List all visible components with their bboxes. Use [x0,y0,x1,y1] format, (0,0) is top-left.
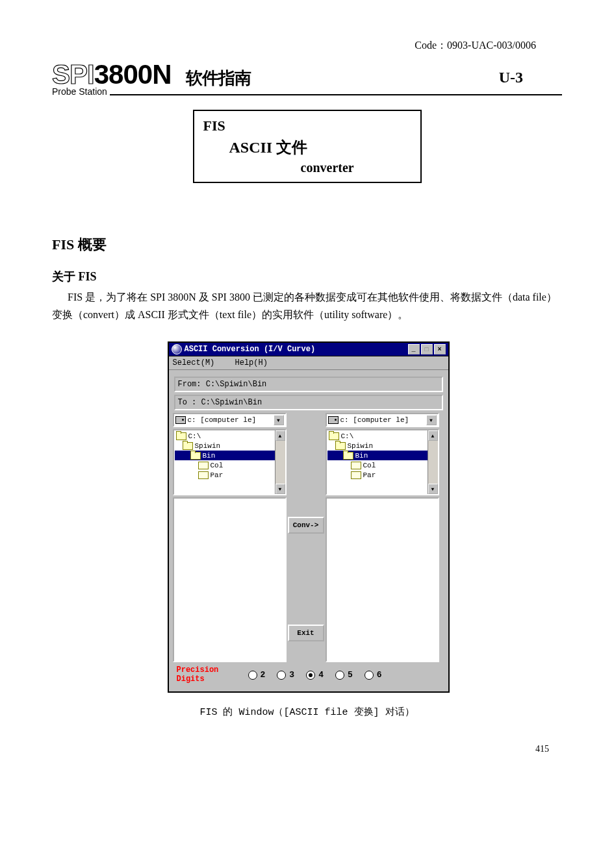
radio-label: 5 [348,670,353,680]
radio-icon [306,671,315,680]
dir-item-label: Par [363,471,376,479]
intro-paragraph: FIS 是，为了将在 SPI 3800N 及 SPI 3800 已测定的各种数据… [52,288,562,323]
to-path: To : C:\Spiwin\Bin [174,395,443,410]
dropdown-icon[interactable]: ▼ [426,415,437,425]
exit-button[interactable]: Exit [288,625,324,641]
scrollbar[interactable]: ▲▼ [428,430,438,494]
doc-header: SPI3800N 软件指南 U-3 [52,59,562,90]
app-icon [172,344,182,354]
drive-icon [175,416,186,424]
scrollbar[interactable]: ▲▼ [275,430,285,494]
radio-icon [335,671,344,680]
from-drive-select[interactable]: c: [computer le] ▼ [173,413,287,427]
logo-model: 3800N [94,59,172,90]
drive-icon [328,416,339,424]
folder-closed-icon [198,462,209,469]
folder-open-icon [343,452,353,460]
ascii-conversion-dialog: ASCII Conversion (I/V Curve) _ □ × Selec… [168,341,450,692]
from-path: From: C:\Spiwin\Bin [174,377,443,392]
precision-radio-3[interactable]: 3 [277,670,294,680]
dir-item[interactable]: Spiwin [175,441,285,451]
dir-item[interactable]: C:\ [327,431,437,441]
to-drive-text: c: [computer le] [340,416,409,424]
precision-radio-5[interactable]: 5 [335,670,353,680]
to-file-browser: c: [computer le] ▼ C:\SpiwinBinColPar ▲▼ [326,413,439,662]
dir-item-label: Bin [203,452,216,460]
radio-icon [248,671,257,680]
dir-item[interactable]: C:\ [175,431,285,441]
radio-icon [277,671,286,680]
to-file-list[interactable] [326,497,439,662]
from-file-browser: c: [computer le] ▼ C:\SpiwinBinColPar ▲▼ [173,413,287,662]
title-box: FIS ASCII 文件 converter [193,110,422,183]
dir-item[interactable]: Par [175,470,285,480]
radio-label: 3 [289,670,294,680]
dir-item[interactable]: Par [327,470,437,480]
precision-label: PrecisionDigits [177,666,235,683]
page-number: 415 [52,744,549,754]
dir-item-label: C:\ [341,432,354,440]
menu-select[interactable]: Select(M) [173,358,223,367]
dialog-titlebar[interactable]: ASCII Conversion (I/V Curve) _ □ × [169,343,448,356]
from-drive-text: c: [computer le] [188,416,257,424]
logo-spi: SPI [52,59,94,90]
folder-open-icon [335,442,346,450]
dir-item[interactable]: Bin [327,451,437,460]
dropdown-icon[interactable]: ▼ [274,415,284,425]
to-dir-list[interactable]: C:\SpiwinBinColPar ▲▼ [326,429,439,495]
folder-open-icon [183,442,193,450]
logo-subtitle: 软件指南 [186,69,251,88]
radio-label: 2 [261,670,266,680]
radio-icon [365,671,374,680]
menu-bar: Select(M) Help(H) [169,356,448,370]
dir-item[interactable]: Col [327,460,437,470]
folder-open-icon [190,452,201,460]
dir-item[interactable]: Col [175,460,285,470]
figure-caption: FIS 的 Window（[ASCII file 变换] 对话） [52,706,562,718]
precision-radio-4[interactable]: 4 [306,670,324,680]
precision-radio-2[interactable]: 2 [248,670,266,680]
dir-item-label: Col [211,462,224,469]
dir-item-label: Bin [355,452,368,460]
minimize-button[interactable]: _ [408,344,420,354]
menu-help[interactable]: Help(H) [235,358,275,367]
maximize-button[interactable]: □ [421,344,433,354]
probe-station-label: Probe Station [52,86,107,97]
dir-item-label: Col [363,462,376,469]
dir-item-label: Par [211,471,224,479]
dir-item-label: Spiwin [195,442,221,450]
precision-radio-group: 23456 [248,670,382,680]
from-dir-list[interactable]: C:\SpiwinBinColPar ▲▼ [173,429,287,495]
dir-item-label: Spiwin [348,442,374,450]
section-id: U-3 [499,69,523,86]
title-line-2: ASCII 文件 [229,137,411,158]
close-button[interactable]: × [434,344,446,354]
radio-label: 6 [377,670,382,680]
folder-closed-icon [198,471,209,479]
dir-item[interactable]: Spiwin [327,441,437,451]
precision-row: PrecisionDigits 23456 [173,663,444,686]
folder-open-icon [176,432,186,440]
header-rule [110,94,562,95]
title-line-3: converter [301,160,411,175]
section-heading: FIS 概要 [52,235,562,254]
precision-radio-6[interactable]: 6 [365,670,382,680]
radio-label: 4 [318,670,324,680]
dir-item[interactable]: Bin [175,451,285,460]
folder-closed-icon [351,471,361,479]
from-file-list[interactable] [173,497,287,662]
to-drive-select[interactable]: c: [computer le] ▼ [326,413,439,427]
dialog-title-text: ASCII Conversion (I/V Curve) [185,345,407,354]
folder-closed-icon [351,462,361,469]
convert-button[interactable]: Conv-> [288,517,324,534]
title-line-1: FIS [203,118,411,134]
sub-heading: 关于 FIS [52,269,562,284]
dir-item-label: C:\ [188,432,201,440]
code-line: Code：0903-UAC-003/0006 [52,39,536,53]
folder-open-icon [329,432,339,440]
